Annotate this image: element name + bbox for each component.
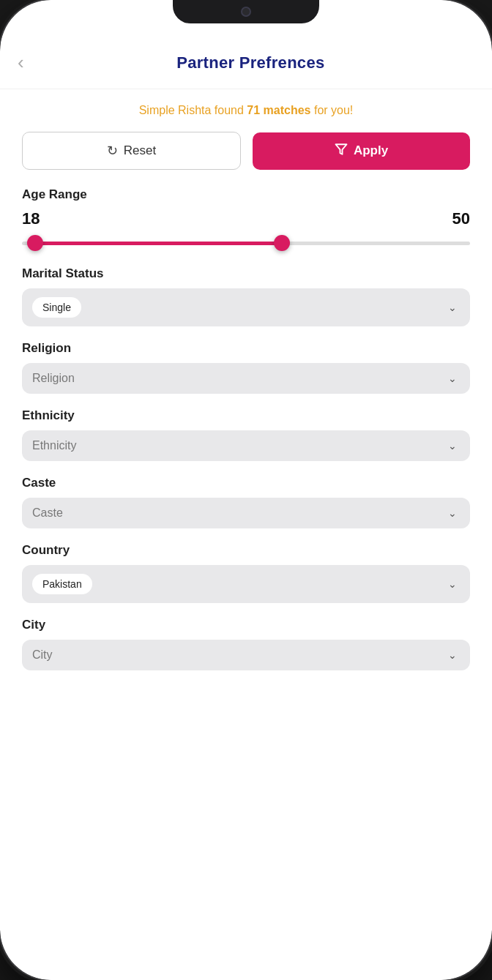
marital-status-dropdown-wrapper: Single ⌄ [22, 288, 470, 326]
phone-frame: ‹ Partner Prefrences Simple Rishta found… [0, 0, 492, 980]
age-values: 18 50 [22, 209, 470, 228]
header: ‹ Partner Prefrences [0, 37, 492, 89]
country-section: Country Pakistan ⌄ [22, 543, 470, 603]
reset-label: Reset [124, 143, 156, 158]
country-tag: Pakistan [32, 574, 92, 594]
ethnicity-dropdown-wrapper: Ethnicity ⌄ [22, 430, 470, 461]
ethnicity-dropdown[interactable]: Ethnicity [22, 430, 470, 461]
filter-icon [335, 143, 348, 160]
caste-placeholder: Caste [32, 506, 63, 520]
apply-label: Apply [354, 143, 388, 158]
ethnicity-label: Ethnicity [22, 408, 470, 423]
religion-placeholder: Religion [32, 372, 75, 385]
marital-status-tag: Single [32, 297, 81, 318]
match-count: 71 matches [247, 104, 310, 116]
country-dropdown[interactable]: Pakistan [22, 565, 470, 603]
reset-icon: ↻ [107, 143, 118, 159]
city-dropdown[interactable]: City [22, 640, 470, 670]
city-placeholder: City [32, 648, 53, 662]
country-dropdown-wrapper: Pakistan ⌄ [22, 565, 470, 603]
religion-dropdown-wrapper: Religion ⌄ [22, 363, 470, 394]
religion-dropdown[interactable]: Religion [22, 363, 470, 394]
city-dropdown-wrapper: City ⌄ [22, 640, 470, 670]
city-label: City [22, 618, 470, 632]
screen-content: ‹ Partner Prefrences Simple Rishta found… [0, 0, 492, 980]
ethnicity-section: Ethnicity Ethnicity ⌄ [22, 408, 470, 461]
slider-track [22, 242, 470, 245]
caste-label: Caste [22, 476, 470, 490]
caste-dropdown[interactable]: Caste [22, 498, 470, 528]
match-info: Simple Rishta found 71 matches for you! [22, 104, 470, 117]
country-label: Country [22, 543, 470, 558]
ethnicity-placeholder: Ethnicity [32, 439, 76, 452]
city-section: City City ⌄ [22, 618, 470, 670]
page-title: Partner Prefrences [31, 53, 470, 72]
caste-dropdown-wrapper: Caste ⌄ [22, 498, 470, 528]
slider-fill [35, 242, 282, 245]
age-slider[interactable] [22, 234, 470, 252]
religion-label: Religion [22, 341, 470, 356]
age-min: 18 [22, 209, 40, 228]
svg-marker-0 [335, 144, 346, 154]
match-prefix: Simple Rishta found [139, 104, 247, 116]
reset-button[interactable]: ↻ Reset [22, 132, 241, 170]
action-row: ↻ Reset Apply [22, 132, 470, 170]
slider-thumb-right[interactable] [274, 235, 290, 251]
religion-section: Religion Religion ⌄ [22, 341, 470, 394]
age-range-label: Age Range [22, 187, 470, 202]
main-content: Simple Rishta found 71 matches for you! … [0, 89, 492, 707]
screen: ‹ Partner Prefrences Simple Rishta found… [0, 0, 492, 980]
back-button[interactable]: ‹ [15, 48, 31, 77]
caste-section: Caste Caste ⌄ [22, 476, 470, 528]
slider-thumb-left[interactable] [27, 235, 43, 251]
marital-status-section: Marital Status Single ⌄ [22, 266, 470, 326]
notch [173, 0, 319, 23]
marital-status-dropdown[interactable]: Single [22, 288, 470, 326]
camera [241, 7, 251, 17]
age-max: 50 [452, 209, 470, 228]
apply-button[interactable]: Apply [253, 132, 470, 170]
marital-status-label: Marital Status [22, 266, 470, 281]
match-suffix: for you! [311, 104, 354, 116]
age-range-section: Age Range 18 50 [22, 187, 470, 252]
